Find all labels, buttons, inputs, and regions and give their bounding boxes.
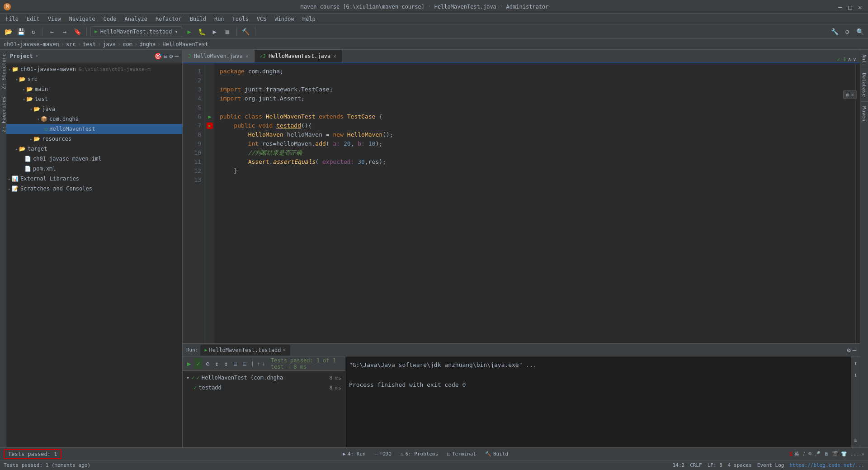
- bottom-settings-btn[interactable]: ⚙: [847, 347, 850, 354]
- menu-file[interactable]: File: [2, 15, 22, 23]
- tool-btn-problems[interactable]: ⚠ 6: Problems: [397, 450, 442, 458]
- tool-btn-todo[interactable]: ≡ TODO: [371, 450, 395, 458]
- breadcrumb-down-arrow[interactable]: ∨: [853, 56, 856, 62]
- run-tab-close[interactable]: ✕: [283, 347, 286, 353]
- tree-item-hellomaven-test[interactable]: ☑ HelloMavenTest: [6, 124, 182, 134]
- status-lf[interactable]: LF: 8: [708, 462, 722, 468]
- breadcrumb-item-6[interactable]: HelloMavenTest: [163, 41, 208, 47]
- expand-all-btn[interactable]: ≡: [241, 358, 248, 369]
- status-spaces[interactable]: 4 spaces: [728, 462, 752, 468]
- ant-tab[interactable]: Ant: [860, 50, 868, 68]
- tree-item-src[interactable]: ▾ 📂 src: [6, 74, 182, 84]
- next-btn[interactable]: ↓: [262, 361, 265, 367]
- toolbar-forward-btn[interactable]: →: [59, 26, 70, 37]
- search-btn[interactable]: 🔍: [854, 26, 865, 37]
- sort-desc-btn[interactable]: ↕: [222, 358, 230, 369]
- favorites-tab[interactable]: 2: Favorites: [0, 93, 6, 136]
- tree-item-target[interactable]: ▸ 📂 target: [6, 144, 182, 154]
- menu-analyze[interactable]: Analyze: [121, 15, 151, 23]
- prev-btn[interactable]: ↑: [257, 361, 260, 367]
- test-tree-item-class[interactable]: ▾ ✓ ✓ HelloMavenTest (com.dngha 8 ms: [183, 373, 345, 383]
- menu-run[interactable]: Run: [211, 15, 228, 23]
- editor-scrollbar[interactable]: [855, 63, 860, 343]
- bottom-expand-btn[interactable]: »: [861, 451, 864, 457]
- debug-btn[interactable]: 🐛: [197, 26, 208, 37]
- tree-item-comdngha[interactable]: ▾ 📦 com.dngha: [6, 114, 182, 124]
- console-more-btn[interactable]: ≡: [852, 436, 859, 446]
- run-tab[interactable]: ▶ HelloMavenTest.testadd ✕: [200, 345, 291, 356]
- tree-item-scratches[interactable]: ▸ 📝 Scratches and Consoles: [6, 184, 182, 194]
- tree-item-java[interactable]: ▾ 📂 java: [6, 104, 182, 114]
- toolbar-refresh-btn[interactable]: ↻: [28, 26, 39, 37]
- breadcrumb-item-0[interactable]: ch01-javase-maven: [4, 41, 59, 47]
- breadcrumb-item-1[interactable]: src: [66, 41, 76, 47]
- panel-target-btn[interactable]: 🎯: [154, 52, 162, 60]
- database-tab[interactable]: Database: [860, 68, 868, 102]
- no-btn[interactable]: ⊘: [204, 358, 211, 369]
- run-all-btn[interactable]: ▶: [185, 358, 193, 369]
- coverage-btn[interactable]: ▶: [209, 26, 220, 37]
- structure-tab[interactable]: Z: Structure: [0, 50, 6, 93]
- run-btn[interactable]: ▶: [184, 26, 195, 37]
- test-tree-item-method[interactable]: ✓ testadd 8 ms: [183, 383, 345, 393]
- check-btn[interactable]: ✓: [194, 358, 202, 369]
- menu-edit[interactable]: Edit: [23, 15, 43, 23]
- tree-item-pom[interactable]: 📄 pom.xml: [6, 164, 182, 174]
- collapse-all-btn[interactable]: ≡: [231, 358, 239, 369]
- toolbar-open-btn[interactable]: 📂: [3, 26, 14, 37]
- close-button[interactable]: ✕: [858, 4, 864, 10]
- code-area[interactable]: package com.dngha; import junit.framewor…: [214, 63, 855, 343]
- menu-help[interactable]: Help: [299, 15, 319, 23]
- breadcrumb-up-arrow[interactable]: ∧: [848, 56, 851, 62]
- toolbar-save-btn[interactable]: 💾: [15, 26, 26, 37]
- menu-code[interactable]: Code: [100, 15, 120, 23]
- bottom-hide-btn[interactable]: ─: [853, 347, 856, 354]
- tree-item-resources[interactable]: ▸ 📂 resources: [6, 134, 182, 144]
- minimize-button[interactable]: ─: [838, 4, 844, 10]
- breadcrumb-item-3[interactable]: java: [103, 41, 116, 47]
- tree-item-iml[interactable]: 📄 ch01-javase-maven.iml: [6, 154, 182, 164]
- wrench-btn[interactable]: 🔧: [829, 26, 840, 37]
- maven-tab[interactable]: Maven: [860, 102, 868, 126]
- tree-item-root[interactable]: ▾ 📁 ch01-javase-maven G:\xiulian\ch01-ja…: [6, 64, 182, 74]
- menu-navigate[interactable]: Navigate: [66, 15, 99, 23]
- maven-popup-close[interactable]: ✕: [851, 92, 854, 98]
- panel-collapse-btn[interactable]: ⊟: [164, 52, 167, 60]
- status-position[interactable]: 14:2: [673, 462, 685, 468]
- maximize-button[interactable]: □: [848, 4, 854, 10]
- console-scroll-up[interactable]: ↑: [852, 358, 859, 368]
- tool-btn-run[interactable]: ▶ 4: Run: [339, 450, 369, 458]
- tab-hellomaven-test[interactable]: ✓J HelloMavenTest.java ✕: [255, 50, 342, 62]
- breadcrumb-item-5[interactable]: dngha: [139, 41, 156, 47]
- tool-btn-build[interactable]: 🔨 Build: [481, 450, 512, 458]
- run-active-icon[interactable]: ▶: [207, 123, 213, 129]
- gutter-6[interactable]: ▶: [205, 112, 214, 121]
- console-output[interactable]: "G:\Java\Java software\jdk anzhuang\bin\…: [345, 356, 851, 447]
- tool-btn-terminal[interactable]: □ Terminal: [443, 450, 480, 458]
- gutter-7[interactable]: ▶: [205, 121, 214, 130]
- tree-item-ext-libs[interactable]: ▸ 📊 External Libraries: [6, 174, 182, 184]
- toolbar-bookmark-btn[interactable]: 🔖: [72, 26, 83, 37]
- menu-view[interactable]: View: [44, 15, 65, 23]
- menu-vcs[interactable]: VCS: [253, 15, 270, 23]
- status-crlf[interactable]: CRLF: [690, 462, 702, 468]
- panel-gear-btn[interactable]: ⚙: [169, 52, 173, 60]
- project-dropdown-arrow[interactable]: ▾: [36, 53, 38, 58]
- menu-build[interactable]: Build: [186, 15, 210, 23]
- tree-item-main[interactable]: ▸ 📂 main: [6, 84, 182, 94]
- tree-item-test[interactable]: ▾ 📂 test: [6, 94, 182, 104]
- tab-hellomaven[interactable]: J HelloMaven.java ✕: [183, 50, 255, 62]
- event-log[interactable]: Event Log: [757, 462, 784, 468]
- breadcrumb-item-2[interactable]: test: [83, 41, 96, 47]
- breadcrumb-item-4[interactable]: com: [123, 41, 132, 47]
- settings-btn[interactable]: ⚙: [842, 26, 853, 37]
- run-config-dropdown[interactable]: ▶ HelloMavenTest.testadd ▾: [90, 26, 182, 37]
- panel-hide-btn[interactable]: ─: [175, 52, 179, 60]
- tab-close-1[interactable]: ✕: [333, 53, 336, 59]
- sort-asc-btn[interactable]: ↕: [213, 358, 220, 369]
- menu-refactor[interactable]: Refactor: [152, 15, 185, 23]
- menu-window[interactable]: Window: [271, 15, 297, 23]
- menu-tools[interactable]: Tools: [229, 15, 252, 23]
- stop-btn[interactable]: ■: [222, 26, 233, 37]
- console-scroll-down[interactable]: ↓: [852, 370, 859, 380]
